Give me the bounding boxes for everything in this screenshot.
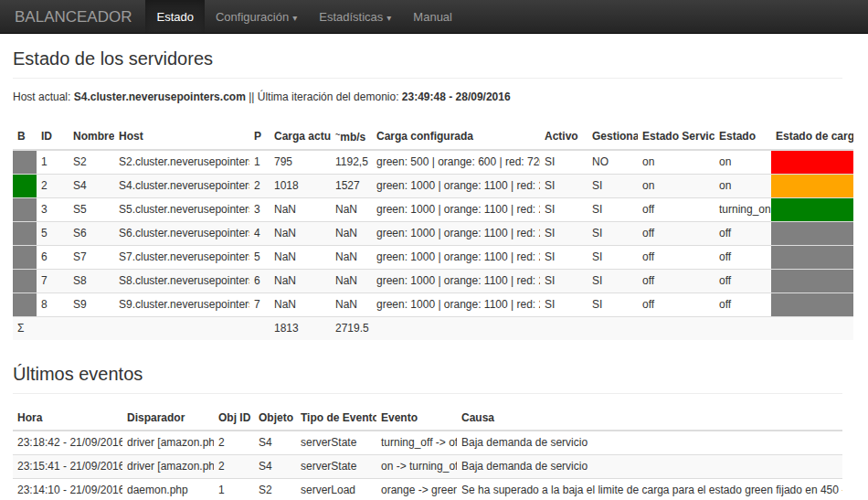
event-trigger: daemon.php [122,479,214,500]
server-host: S5.cluster.neverusepointers.com [114,198,249,222]
col-header-disparador: Disparador [122,407,214,431]
event-time: 23:14:10 - 21/09/2016 [13,479,122,500]
event-type: serverState [296,455,376,479]
server-mbs: NaN [331,246,372,270]
server-row: 6 S7 S7.cluster.neverusepointers.com 5 N… [13,246,853,270]
server-mbs: NaN [331,270,372,293]
events-table: Hora Disparador Obj ID Objeto Tipo de Ev… [13,407,842,500]
server-host: S9.cluster.neverusepointers.com [114,293,249,317]
nav-item-manual[interactable]: Manual [402,0,463,33]
event-cause: Se ha superado a la baja el limite de ca… [457,479,842,500]
load-state-indicator [771,222,853,246]
server-id: 5 [37,222,69,246]
server-name: S6 [69,222,114,246]
event-object: S4 [254,431,296,455]
servers-header-row: B ID Nombre Host P Carga actual ~mb/s Ca… [13,123,853,150]
server-active: SI [540,198,587,222]
server-row: 3 S5 S5.cluster.neverusepointers.com 3 N… [13,198,853,222]
server-state: off [715,270,771,293]
nav-item-estado[interactable]: Estado [145,0,204,33]
event-trigger: driver [amazon.php] [122,455,214,479]
top-navbar: BALANCEADOR Estado Configuración▾ Estadí… [0,0,868,34]
server-state: turning_on [715,198,771,222]
balancer-indicator [13,175,37,198]
server-mbs: NaN [331,222,372,246]
server-name: S7 [69,246,114,270]
col-header-estado: Estado [715,123,771,150]
col-header-activo: Activo [540,123,587,150]
daemon-timestamp: 23:49:48 - 28/09/2016 [402,90,511,103]
event-type: serverLoad [296,479,376,500]
load-state-indicator [771,175,853,198]
event-transition: orange -> green [376,479,457,500]
server-manageable: SI [587,198,638,222]
server-load-config: green: 1000 | orange: 1100 | red: 2500 | [372,198,540,222]
server-id: 1 [37,150,69,175]
server-row: 7 S8 S8.cluster.neverusepointers.com 6 N… [13,270,853,293]
server-load-config: green: 1000 | orange: 1100 | red: 2500 | [372,175,540,198]
server-service-state: on [638,150,715,175]
col-header-tipo-de-evento: Tipo de Evento [296,407,376,431]
server-load-config: green: 1000 | orange: 1100 | red: 2500 | [372,270,540,293]
server-state: off [715,222,771,246]
event-row: 23:18:42 - 21/09/2016 driver [amazon.php… [13,431,842,455]
server-priority: 6 [249,270,270,293]
server-row: 1 S2 S2.cluster.neverusepointers.com 1 7… [13,150,853,175]
server-state: off [715,293,771,317]
event-time: 23:15:41 - 21/09/2016 [13,455,122,479]
totals-row: Σ 1813 2719.5 [13,317,853,341]
brand-logo[interactable]: BALANCEADOR [0,0,145,33]
event-cause: Baja demanda de servicio [457,455,842,479]
event-object: S4 [254,455,296,479]
server-active: SI [540,150,587,175]
servers-table: B ID Nombre Host P Carga actual ~mb/s Ca… [13,123,853,340]
balancer-indicator [13,293,37,317]
host-value: S4.cluster.neverusepointers.com [74,90,246,103]
event-type: serverState [296,431,376,455]
server-mbs: NaN [331,198,372,222]
event-transition: on -> turning_off [376,455,457,479]
server-name: S9 [69,293,114,317]
balancer-indicator [13,198,37,222]
server-row: 8 S9 S9.cluster.neverusepointers.com 7 N… [13,293,853,317]
server-service-state: off [638,270,715,293]
server-name: S2 [69,150,114,175]
daemon-label: Última iteración del demonio: [258,90,399,103]
event-transition: turning_off -> off [376,431,457,455]
col-header-evento: Evento [376,407,457,431]
server-id: 6 [37,246,69,270]
event-object: S2 [254,479,296,500]
nav-item-configuracion[interactable]: Configuración▾ [205,0,308,33]
server-service-state: off [638,246,715,270]
page-container: Estado de los servidores Host actual: S4… [13,48,842,500]
balancer-indicator [13,270,37,293]
server-service-state: off [638,198,715,222]
col-header-nombre: Nombre [69,123,114,150]
caret-down-icon: ▾ [292,13,297,23]
server-load: NaN [270,246,331,270]
server-active: SI [540,175,587,198]
server-state: off [715,246,771,270]
col-header-carga-configurada: Carga configurada [372,123,540,150]
server-state: on [715,150,771,175]
col-header-objeto: Objeto [254,407,296,431]
server-priority: 3 [249,198,270,222]
event-row: 23:15:41 - 21/09/2016 driver [amazon.php… [13,455,842,479]
server-mbs: NaN [331,293,372,317]
server-priority: 1 [249,150,270,175]
server-id: 7 [37,270,69,293]
col-header-id: ID [37,123,69,150]
server-manageable: SI [587,175,638,198]
server-state: on [715,175,771,198]
nav-item-estadisticas[interactable]: Estadísticas▾ [308,0,402,33]
nav-item-label: Estadísticas [319,10,383,24]
server-load: NaN [270,270,331,293]
col-header-obj-id: Obj ID [214,407,254,431]
col-header-gestionable: Gestionable [587,123,638,150]
events-header-row: Hora Disparador Obj ID Objeto Tipo de Ev… [13,407,842,431]
server-service-state: off [638,222,715,246]
col-header-estado-de-carga: Estado de carga [771,123,853,150]
server-active: SI [540,246,587,270]
server-id: 8 [37,293,69,317]
balancer-indicator [13,150,37,175]
